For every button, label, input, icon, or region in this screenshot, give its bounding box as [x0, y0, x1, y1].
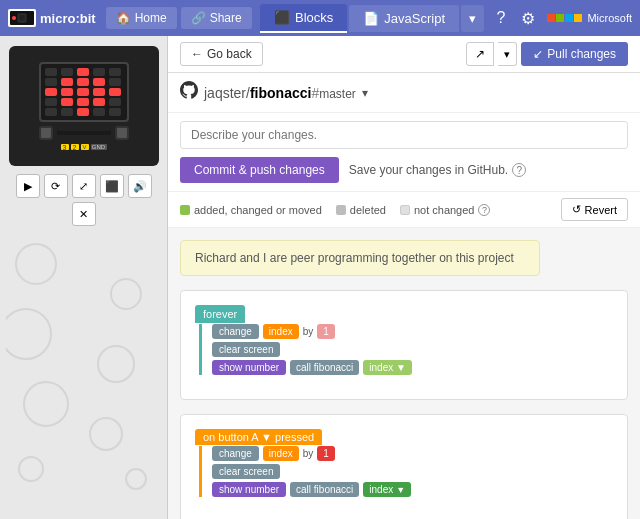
on-button-block: on button A ▼ pressed change index by 1 … — [195, 429, 613, 497]
home-icon: 🏠 — [116, 11, 131, 25]
forever-block: forever change index by 1 clear screen s — [195, 305, 613, 375]
content-area: ← Go back ↗ ▾ ↙ Pull changes — [168, 36, 640, 519]
revert-icon: ↺ — [572, 203, 581, 216]
legend-added: added, changed or moved — [180, 204, 322, 216]
sound-button[interactable]: 🔊 — [128, 174, 152, 198]
svg-point-5 — [111, 279, 141, 309]
app-logo: micro:bit — [8, 9, 96, 27]
restart-button[interactable]: ⟳ — [44, 174, 68, 198]
on-button-label: on button A ▼ pressed — [195, 429, 322, 445]
legend-help-icon[interactable]: ? — [478, 204, 490, 216]
index3-block: index ▼ — [363, 482, 411, 497]
microsoft-label: Microsoft — [587, 12, 632, 24]
microsoft-logo: Microsoft — [547, 12, 632, 24]
github-icon — [180, 81, 198, 104]
save-label: Save your changes in GitHub. ? — [349, 163, 526, 177]
home-button[interactable]: 🏠 Home — [106, 7, 177, 29]
top-navigation: micro:bit 🏠 Home 🔗 Share ⬛ Blocks 📄 Java… — [0, 0, 640, 36]
call-fib-block2: call fibonacci — [290, 482, 359, 497]
svg-point-7 — [98, 346, 134, 382]
tab-javascript[interactable]: 📄 JavaScript — [349, 5, 459, 32]
commit-message-input[interactable] — [180, 121, 628, 149]
change-block2: change — [212, 446, 259, 461]
revert-button[interactable]: ↺ Revert — [561, 198, 628, 221]
open-dropdown-button[interactable]: ▾ — [498, 42, 517, 66]
play-button[interactable]: ▶ — [16, 174, 40, 198]
toolbar: ← Go back ↗ ▾ ↙ Pull changes — [168, 36, 640, 73]
forever-label: forever — [195, 305, 245, 323]
branch-name: master — [319, 87, 356, 101]
share-icon: 🔗 — [191, 11, 206, 25]
sidebar: 3 2 V GND ▶ ⟳ ⤢ ⬛ 🔊 ✕ — [0, 36, 168, 519]
blocks-icon: ⬛ — [274, 10, 290, 25]
change-index-row2: change index by 1 — [212, 446, 613, 461]
repo-header: jaqster/fibonacci#master ▾ — [168, 73, 640, 113]
by-label: by — [303, 326, 314, 337]
sidebar-decorations — [6, 234, 161, 509]
legend-added-dot — [180, 205, 190, 215]
svg-rect-3 — [18, 14, 26, 22]
fullscreen-button[interactable]: ⤢ — [72, 174, 96, 198]
show-block2: show number — [212, 482, 286, 497]
legend-not-changed: not changed ? — [400, 204, 491, 216]
show-block: show number — [212, 360, 286, 375]
svg-point-6 — [6, 309, 51, 359]
mb-button-a[interactable] — [39, 126, 53, 140]
forever-indent: change index by 1 clear screen show numb… — [199, 324, 613, 375]
svg-point-11 — [126, 469, 146, 489]
clear-screen-row: clear screen — [212, 342, 613, 357]
legend-deleted: deleted — [336, 204, 386, 216]
nav-center-tabs: ⬛ Blocks 📄 JavaScript ▾ — [256, 4, 489, 33]
clear-screen-row2: clear screen — [212, 464, 613, 479]
microbit-simulator: 3 2 V GND — [9, 46, 159, 166]
show-number-row: show number call fibonacci index ▼ — [212, 360, 613, 375]
clear-block: clear screen — [212, 342, 280, 357]
num1-block: 1 — [317, 324, 335, 339]
simulator-controls: ▶ ⟳ ⤢ ⬛ 🔊 ✕ — [6, 174, 161, 226]
toolbar-right: ↗ ▾ ↙ Pull changes — [466, 42, 628, 66]
mb-button-b[interactable] — [115, 126, 129, 140]
js-icon: 📄 — [363, 11, 379, 26]
commit-actions: Commit & push changes Save your changes … — [180, 157, 628, 183]
index-block: index — [263, 324, 299, 339]
tab-blocks[interactable]: ⬛ Blocks — [260, 4, 347, 33]
commit-section: Commit & push changes Save your changes … — [168, 113, 640, 192]
help-button[interactable]: ? — [492, 7, 509, 29]
diff-view: Richard and I are peer programming toget… — [168, 228, 640, 519]
svg-point-2 — [12, 16, 16, 20]
num2-block: 1 — [317, 446, 335, 461]
close-button[interactable]: ✕ — [72, 202, 96, 226]
svg-point-4 — [16, 244, 56, 284]
back-button[interactable]: ← Go back — [180, 42, 263, 66]
commit-push-button[interactable]: Commit & push changes — [180, 157, 339, 183]
open-icon: ↗ — [475, 47, 485, 61]
diff-note: Richard and I are peer programming toget… — [180, 240, 540, 276]
save-help-icon[interactable]: ? — [512, 163, 526, 177]
call-fib-block: call fibonacci — [290, 360, 359, 375]
svg-point-9 — [90, 418, 122, 450]
back-icon: ← — [191, 47, 203, 61]
index2-block: index ▼ — [363, 360, 412, 375]
clear-block2: clear screen — [212, 464, 280, 479]
legend-deleted-dot — [336, 205, 346, 215]
settings-button[interactable]: ⚙ — [517, 7, 539, 30]
svg-point-8 — [24, 382, 68, 426]
stop-button[interactable]: ⬛ — [100, 174, 124, 198]
pull-changes-button[interactable]: ↙ Pull changes — [521, 42, 628, 66]
legend-not-changed-dot — [400, 205, 410, 215]
microbit-screen — [39, 62, 129, 122]
legend-bar: added, changed or moved deleted not chan… — [168, 192, 640, 228]
tab-dropdown-button[interactable]: ▾ — [461, 5, 484, 32]
index-block2: index — [263, 446, 299, 461]
change-block: change — [212, 324, 259, 339]
repo-owner: jaqster — [204, 85, 246, 101]
main-layout: 3 2 V GND ▶ ⟳ ⤢ ⬛ 🔊 ✕ — [0, 36, 640, 519]
nav-right-controls: ? ⚙ Microsoft — [492, 7, 632, 30]
branch-dropdown-button[interactable]: ▾ — [362, 86, 368, 100]
app-name: micro:bit — [40, 11, 96, 26]
open-button[interactable]: ↗ — [466, 42, 494, 66]
share-button[interactable]: 🔗 Share — [181, 7, 252, 29]
repo-full-name: jaqster/fibonacci#master — [204, 85, 356, 101]
on-button-block-section: on button A ▼ pressed change index by 1 … — [180, 414, 628, 519]
change-index-row: change index by 1 — [212, 324, 613, 339]
